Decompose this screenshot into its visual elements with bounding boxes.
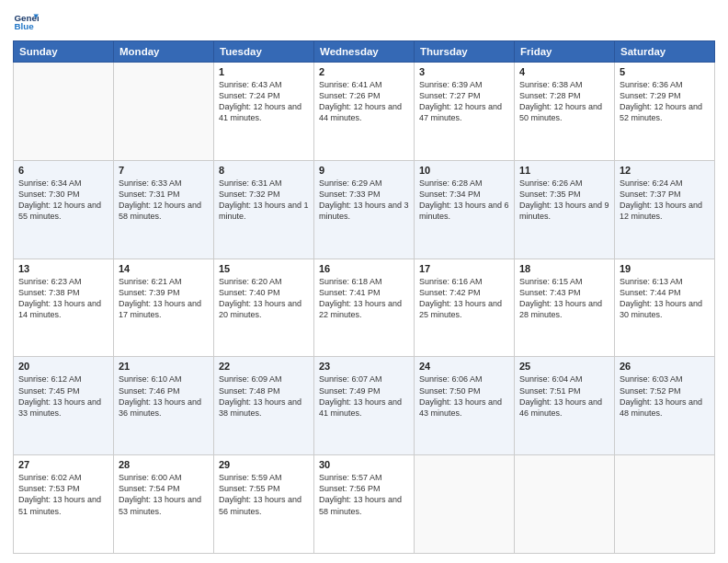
calendar-cell: 15Sunrise: 6:20 AMSunset: 7:40 PMDayligh… (214, 259, 314, 357)
cell-info: Sunrise: 6:26 AMSunset: 7:35 PMDaylight:… (519, 178, 609, 223)
logo-icon: General Blue (13, 9, 39, 35)
day-number: 7 (119, 165, 209, 176)
calendar-cell: 23Sunrise: 6:07 AMSunset: 7:49 PMDayligh… (314, 357, 415, 455)
cell-info: Sunrise: 5:59 AMSunset: 7:55 PMDaylight:… (219, 472, 309, 517)
calendar-cell: 2Sunrise: 6:41 AMSunset: 7:26 PMDaylight… (314, 63, 415, 161)
cell-info: Sunrise: 6:34 AMSunset: 7:30 PMDaylight:… (18, 178, 108, 223)
day-number: 2 (319, 66, 409, 77)
cell-info: Sunrise: 6:43 AMSunset: 7:24 PMDaylight:… (219, 79, 309, 124)
day-number: 27 (18, 459, 108, 470)
logo: General Blue (13, 9, 40, 35)
day-number: 20 (18, 361, 108, 372)
day-number: 21 (119, 361, 209, 372)
day-number: 30 (319, 459, 409, 470)
day-number: 24 (419, 361, 509, 372)
weekday-friday: Friday (515, 41, 615, 63)
cell-info: Sunrise: 6:13 AMSunset: 7:44 PMDaylight:… (620, 276, 710, 321)
day-number: 8 (219, 165, 309, 176)
cell-info: Sunrise: 6:16 AMSunset: 7:42 PMDaylight:… (419, 276, 509, 321)
calendar-cell: 11Sunrise: 6:26 AMSunset: 7:35 PMDayligh… (515, 160, 615, 259)
cell-info: Sunrise: 6:36 AMSunset: 7:29 PMDaylight:… (620, 79, 710, 124)
cell-info: Sunrise: 6:31 AMSunset: 7:32 PMDaylight:… (219, 178, 309, 223)
calendar-cell: 19Sunrise: 6:13 AMSunset: 7:44 PMDayligh… (615, 259, 715, 357)
calendar-cell: 29Sunrise: 5:59 AMSunset: 7:55 PMDayligh… (214, 455, 314, 554)
calendar-cell: 27Sunrise: 6:02 AMSunset: 7:53 PMDayligh… (14, 455, 114, 554)
week-row-1: 1Sunrise: 6:43 AMSunset: 7:24 PMDaylight… (14, 63, 715, 161)
calendar-cell: 26Sunrise: 6:03 AMSunset: 7:52 PMDayligh… (615, 357, 715, 455)
calendar-cell: 16Sunrise: 6:18 AMSunset: 7:41 PMDayligh… (314, 259, 415, 357)
week-row-4: 20Sunrise: 6:12 AMSunset: 7:45 PMDayligh… (14, 357, 715, 455)
calendar-table: SundayMondayTuesdayWednesdayThursdayFrid… (13, 40, 715, 554)
calendar-cell (114, 63, 214, 161)
cell-info: Sunrise: 6:28 AMSunset: 7:34 PMDaylight:… (419, 178, 509, 223)
day-number: 11 (519, 165, 609, 176)
calendar-cell: 17Sunrise: 6:16 AMSunset: 7:42 PMDayligh… (415, 259, 515, 357)
calendar-cell: 9Sunrise: 6:29 AMSunset: 7:33 PMDaylight… (314, 160, 415, 259)
calendar-cell: 20Sunrise: 6:12 AMSunset: 7:45 PMDayligh… (14, 357, 114, 455)
day-number: 17 (419, 263, 509, 274)
weekday-header-row: SundayMondayTuesdayWednesdayThursdayFrid… (14, 41, 715, 63)
header: General Blue (13, 9, 715, 35)
cell-info: Sunrise: 6:20 AMSunset: 7:40 PMDaylight:… (219, 276, 309, 321)
calendar-cell: 28Sunrise: 6:00 AMSunset: 7:54 PMDayligh… (114, 455, 214, 554)
calendar-cell: 24Sunrise: 6:06 AMSunset: 7:50 PMDayligh… (415, 357, 515, 455)
cell-info: Sunrise: 6:39 AMSunset: 7:27 PMDaylight:… (419, 79, 509, 124)
calendar-cell: 8Sunrise: 6:31 AMSunset: 7:32 PMDaylight… (214, 160, 314, 259)
cell-info: Sunrise: 6:23 AMSunset: 7:38 PMDaylight:… (18, 276, 108, 321)
day-number: 12 (620, 165, 710, 176)
calendar-cell: 21Sunrise: 6:10 AMSunset: 7:46 PMDayligh… (114, 357, 214, 455)
calendar-cell: 30Sunrise: 5:57 AMSunset: 7:56 PMDayligh… (314, 455, 415, 554)
cell-info: Sunrise: 6:09 AMSunset: 7:48 PMDaylight:… (219, 373, 309, 419)
cell-info: Sunrise: 6:38 AMSunset: 7:28 PMDaylight:… (519, 79, 609, 124)
cell-info: Sunrise: 6:41 AMSunset: 7:26 PMDaylight:… (319, 79, 409, 124)
day-number: 4 (519, 66, 609, 77)
day-number: 28 (119, 459, 209, 470)
calendar-cell: 4Sunrise: 6:38 AMSunset: 7:28 PMDaylight… (515, 63, 615, 161)
weekday-monday: Monday (114, 41, 214, 63)
day-number: 23 (319, 361, 409, 372)
day-number: 1 (219, 66, 309, 77)
calendar-cell: 3Sunrise: 6:39 AMSunset: 7:27 PMDaylight… (415, 63, 515, 161)
calendar-cell: 18Sunrise: 6:15 AMSunset: 7:43 PMDayligh… (515, 259, 615, 357)
calendar-cell (415, 455, 515, 554)
calendar-cell: 25Sunrise: 6:04 AMSunset: 7:51 PMDayligh… (515, 357, 615, 455)
day-number: 14 (119, 263, 209, 274)
weekday-saturday: Saturday (615, 41, 715, 63)
cell-info: Sunrise: 6:02 AMSunset: 7:53 PMDaylight:… (18, 472, 108, 517)
day-number: 3 (419, 66, 509, 77)
week-row-5: 27Sunrise: 6:02 AMSunset: 7:53 PMDayligh… (14, 455, 715, 554)
cell-info: Sunrise: 6:12 AMSunset: 7:45 PMDaylight:… (18, 373, 108, 419)
day-number: 18 (519, 263, 609, 274)
calendar-cell: 1Sunrise: 6:43 AMSunset: 7:24 PMDaylight… (214, 63, 314, 161)
calendar-cell: 12Sunrise: 6:24 AMSunset: 7:37 PMDayligh… (615, 160, 715, 259)
day-number: 19 (620, 263, 710, 274)
week-row-3: 13Sunrise: 6:23 AMSunset: 7:38 PMDayligh… (14, 259, 715, 357)
cell-info: Sunrise: 6:03 AMSunset: 7:52 PMDaylight:… (620, 373, 710, 419)
calendar-cell (515, 455, 615, 554)
calendar-cell (14, 63, 114, 161)
cell-info: Sunrise: 6:24 AMSunset: 7:37 PMDaylight:… (620, 178, 710, 223)
day-number: 26 (620, 361, 710, 372)
day-number: 25 (519, 361, 609, 372)
weekday-sunday: Sunday (14, 41, 114, 63)
day-number: 13 (18, 263, 108, 274)
calendar-cell: 22Sunrise: 6:09 AMSunset: 7:48 PMDayligh… (214, 357, 314, 455)
weekday-wednesday: Wednesday (314, 41, 415, 63)
cell-info: Sunrise: 6:10 AMSunset: 7:46 PMDaylight:… (119, 373, 209, 419)
calendar-cell: 14Sunrise: 6:21 AMSunset: 7:39 PMDayligh… (114, 259, 214, 357)
weekday-thursday: Thursday (415, 41, 515, 63)
calendar-cell: 7Sunrise: 6:33 AMSunset: 7:31 PMDaylight… (114, 160, 214, 259)
cell-info: Sunrise: 6:18 AMSunset: 7:41 PMDaylight:… (319, 276, 409, 321)
day-number: 15 (219, 263, 309, 274)
weekday-tuesday: Tuesday (214, 41, 314, 63)
cell-info: Sunrise: 6:07 AMSunset: 7:49 PMDaylight:… (319, 373, 409, 419)
calendar-cell: 10Sunrise: 6:28 AMSunset: 7:34 PMDayligh… (415, 160, 515, 259)
day-number: 16 (319, 263, 409, 274)
svg-text:Blue: Blue (14, 21, 34, 31)
cell-info: Sunrise: 5:57 AMSunset: 7:56 PMDaylight:… (319, 472, 409, 517)
day-number: 9 (319, 165, 409, 176)
day-number: 5 (620, 66, 710, 77)
calendar-cell: 5Sunrise: 6:36 AMSunset: 7:29 PMDaylight… (615, 63, 715, 161)
cell-info: Sunrise: 6:33 AMSunset: 7:31 PMDaylight:… (119, 178, 209, 223)
day-number: 29 (219, 459, 309, 470)
